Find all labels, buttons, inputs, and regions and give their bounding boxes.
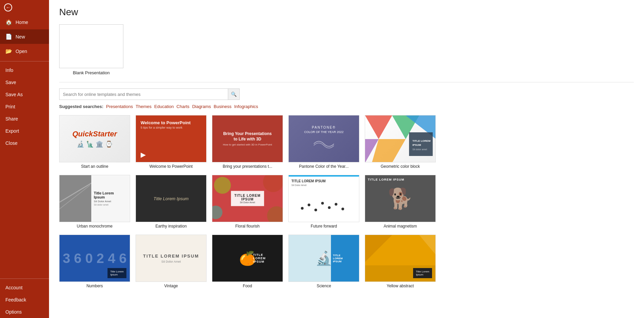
svg-point-19 xyxy=(328,206,331,209)
sidebar-item-save[interactable]: Save xyxy=(0,76,49,88)
qs-icon-2: 🗽 xyxy=(86,140,94,148)
pantone-year: COLOR OF THE YEAR 2022 xyxy=(304,130,344,134)
floral-sub: Sit Dolor Amet xyxy=(234,201,261,204)
svg-point-17 xyxy=(314,209,317,211)
template-label-vintage: Vintage xyxy=(136,284,207,288)
template-label-yellow: Yellow abstract xyxy=(365,284,436,288)
template-numbers[interactable]: 3 6 0 2 4 6 Title LoremIpsum Numbers xyxy=(59,235,130,288)
suggested-business[interactable]: Business xyxy=(214,104,232,109)
template-floral[interactable]: TITLE LOREMIPSUM Sit Dolor Amet Floral f… xyxy=(212,175,283,229)
urban-title: Title LoremIpsum xyxy=(94,191,127,199)
template-label-future: Future forward xyxy=(288,224,359,229)
sidebar-bottom: Account Feedback Options xyxy=(0,276,49,318)
blank-presentation-thumb[interactable] xyxy=(59,24,123,68)
suggested-themes[interactable]: Themes xyxy=(136,104,151,109)
urban-text-overlay: Title LoremIpsum Sit Dolor Amet Sit dolo… xyxy=(91,175,130,222)
future-content: TITLE LOREM IPSUM Sit Dolor Amet xyxy=(289,177,359,189)
sidebar-account-label: Account xyxy=(5,285,23,290)
template-label-science: Science xyxy=(288,284,359,288)
sidebar-item-save-as[interactable]: Save As xyxy=(0,88,49,101)
qs-icon-4: ⌚ xyxy=(105,140,113,148)
search-container: 🔍 xyxy=(59,88,634,100)
numbers-bg: 3 6 0 2 4 6 xyxy=(63,251,126,266)
svg-point-18 xyxy=(321,202,324,205)
sidebar-item-new[interactable]: 📄 New xyxy=(0,29,49,44)
suggested-diagrams[interactable]: Diagrams xyxy=(192,104,211,109)
search-button[interactable]: 🔍 xyxy=(228,88,240,100)
suggested-presentations[interactable]: Presentations xyxy=(106,104,133,109)
template-label-bring3d: Bring your presentations t... xyxy=(212,164,283,169)
science-icon: 🔬 xyxy=(315,250,332,266)
science-overlay: TITLELOREMIPSUM xyxy=(331,235,359,282)
blank-presentation-section: Blank Presentation xyxy=(59,24,634,75)
svg-point-20 xyxy=(335,203,337,206)
template-thumb-floral: TITLE LOREMIPSUM Sit Dolor Amet xyxy=(212,175,283,222)
template-label-urban: Urban monochrome xyxy=(59,224,130,229)
template-thumb-quickstarter: QuickStarter 🔬 🗽 🏛️ ⌚ xyxy=(59,115,130,162)
future-title: TITLE LOREM IPSUM xyxy=(291,179,356,183)
suggested-charts[interactable]: Charts xyxy=(176,104,189,109)
template-label-pantone: Pantone Color of the Year... xyxy=(288,164,359,169)
food-overlay: TITLELOREMIPSUM xyxy=(251,235,283,282)
numbers-overlay: Title LoremIpsum xyxy=(108,268,126,278)
template-science[interactable]: 🔬 TITLELOREMIPSUM Science xyxy=(288,235,359,288)
template-label-floral: Floral flourish xyxy=(212,224,283,229)
template-thumb-future: TITLE LOREM IPSUM Sit Dolor Amet xyxy=(288,175,359,222)
sidebar-item-account[interactable]: Account xyxy=(0,282,49,294)
template-animal[interactable]: 🐕 TITLE LOREM IPSUM Animal magnetism xyxy=(365,175,436,229)
svg-point-15 xyxy=(301,207,304,210)
template-label-animal: Animal magnetism xyxy=(365,224,436,229)
svg-point-11 xyxy=(214,177,231,194)
sidebar-item-info[interactable]: Info xyxy=(0,64,49,76)
suggested-education[interactable]: Education xyxy=(154,104,174,109)
suggested-infographics[interactable]: Infographics xyxy=(234,104,258,109)
pantone-waves xyxy=(314,137,334,151)
svg-line-10 xyxy=(59,185,90,209)
template-future[interactable]: TITLE LOREM IPSUM Sit Dolor Amet Future … xyxy=(288,175,359,229)
sidebar-item-feedback[interactable]: Feedback xyxy=(0,294,49,306)
open-folder-icon: 📂 xyxy=(5,48,12,54)
template-thumb-welcome: Welcome to PowerPoint 5 tips for a simpl… xyxy=(136,115,207,162)
template-label-numbers: Numbers xyxy=(59,284,130,288)
sidebar-print-label: Print xyxy=(5,104,15,109)
back-icon: ← xyxy=(4,3,12,11)
sidebar-saveas-label: Save As xyxy=(5,92,23,97)
template-thumb-earthy: Title Lorem Ipsum xyxy=(136,175,207,222)
template-yellow[interactable]: Title LoremIpsum Yellow abstract xyxy=(365,235,436,288)
svg-point-21 xyxy=(341,208,344,210)
template-label-earthy: Earthy inspiration xyxy=(136,224,207,229)
science-title: TITLELOREMIPSUM xyxy=(333,254,357,263)
sidebar-item-open[interactable]: 📂 Open xyxy=(0,44,49,58)
template-vintage[interactable]: TITLE LOREM IPSUM Sit Dolor Amet Vintage xyxy=(136,235,207,288)
template-bring3d[interactable]: Bring Your Presentationsto Life with 3D … xyxy=(212,115,283,169)
sidebar-item-close[interactable]: Close xyxy=(0,137,49,149)
suggested-searches: Suggested searches: Presentations Themes… xyxy=(59,104,634,109)
back-button[interactable]: ← xyxy=(0,0,49,15)
sidebar-item-home[interactable]: 🏠 Home xyxy=(0,15,49,29)
template-urban[interactable]: Title LoremIpsum Sit Dolor Amet Sit dolo… xyxy=(59,175,130,229)
template-thumb-animal: 🐕 TITLE LOREM IPSUM xyxy=(365,175,436,222)
sidebar-info-label: Info xyxy=(5,68,13,73)
template-geometric[interactable]: TITLE LOREM IPSUM Sit dolor amet Geometr… xyxy=(365,115,436,169)
svg-marker-0 xyxy=(365,115,392,139)
svg-text:TITLE LOREM: TITLE LOREM xyxy=(412,139,431,142)
template-pantone[interactable]: PANTONE® COLOR OF THE YEAR 2022 Pantone … xyxy=(288,115,359,169)
template-quickstarter[interactable]: QuickStarter 🔬 🗽 🏛️ ⌚ Start an outline xyxy=(59,115,130,169)
template-earthy[interactable]: Title Lorem Ipsum Earthy inspiration xyxy=(136,175,207,229)
sidebar-item-options[interactable]: Options xyxy=(0,306,49,318)
sidebar-close-label: Close xyxy=(5,140,18,146)
future-dots xyxy=(289,195,359,222)
geometric-svg: TITLE LOREM IPSUM Sit dolor amet xyxy=(365,115,436,162)
sidebar-item-print[interactable]: Print xyxy=(0,101,49,113)
sidebar-item-share[interactable]: Share xyxy=(0,113,49,125)
sidebar-share-label: Share xyxy=(5,116,18,122)
sidebar-feedback-label: Feedback xyxy=(5,297,26,302)
template-welcome-ppt[interactable]: Welcome to PowerPoint 5 tips for a simpl… xyxy=(136,115,207,169)
template-food[interactable]: 🍊 TITLELOREMIPSUM Food xyxy=(212,235,283,288)
sidebar-item-export[interactable]: Export xyxy=(0,125,49,137)
urban-caption: Sit dolor amet xyxy=(94,204,127,206)
template-thumb-science: 🔬 TITLELOREMIPSUM xyxy=(288,235,359,282)
bring3d-subtitle: How to get started with 3D in PowerPoint xyxy=(223,143,272,146)
search-input[interactable] xyxy=(59,88,228,100)
qs-title-text: QuickStarter xyxy=(72,130,117,138)
